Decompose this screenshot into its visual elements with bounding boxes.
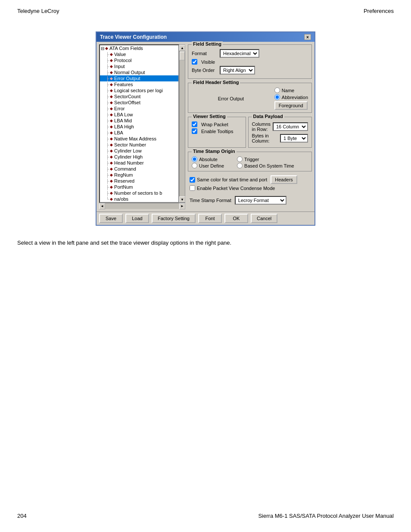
branch-line: ├	[106, 76, 109, 81]
branch-line: ├	[106, 161, 109, 165]
cancel-button[interactable]: Cancel	[251, 214, 277, 223]
tree-item-sectorcount[interactable]: ├ ◆ SectorCount	[100, 93, 178, 100]
scroll-horiz-track[interactable]	[105, 203, 179, 209]
tree-scrollbar-vertical[interactable]: ▲ ▼	[179, 44, 185, 203]
field-header-center-label: Error Output	[192, 87, 270, 110]
item-diamond: ◆	[110, 185, 113, 189]
branch-line: ├	[106, 185, 109, 190]
name-radio[interactable]	[274, 87, 280, 93]
save-button[interactable]: Save	[99, 214, 123, 223]
tree-item-native-max[interactable]: ├ ◆ Native Max Address	[100, 136, 178, 142]
footer-left: 204	[17, 513, 27, 519]
absolute-radio[interactable]	[192, 156, 197, 162]
tree-item-label: RegNum	[114, 172, 133, 177]
tree-item-naobs[interactable]: └ ◆ na/obs	[100, 196, 178, 202]
tree-item-features[interactable]: ├ ◆ Features	[100, 81, 178, 87]
field-header-box: Error Output Name Abbreviation	[192, 87, 308, 110]
tree-item-lba-low[interactable]: ├ ◆ LBA Low	[100, 112, 178, 118]
same-color-checkbox[interactable]	[190, 177, 195, 183]
byte-order-select[interactable]: Right Align Left Align	[220, 66, 255, 75]
user-define-label: User Define	[199, 163, 224, 168]
tree-item-label: Command	[114, 166, 136, 171]
tree-item-input[interactable]: ├ ◆ Input	[100, 63, 178, 69]
item-diamond: ◆	[110, 82, 113, 87]
branch-line: ├	[106, 131, 109, 135]
wrap-packet-checkbox[interactable]	[192, 121, 197, 127]
abbreviation-radio-label: Abbreviation	[282, 95, 308, 100]
visible-checkbox[interactable]	[192, 59, 197, 65]
page-header: Teledyne LeCroy Preferences	[0, 0, 411, 19]
ok-button[interactable]: OK	[224, 214, 248, 223]
scroll-down-button[interactable]: ▼	[179, 196, 185, 202]
abbreviation-radio[interactable]	[274, 94, 280, 100]
branch-line: ├	[106, 82, 109, 87]
tree-item-label: Error	[114, 106, 125, 111]
tree-item-reserved[interactable]: ├ ◆ Reserved	[100, 178, 178, 184]
field-setting-title: Field Setting	[192, 41, 223, 47]
tree-item-error[interactable]: ├ ◆ Error	[100, 106, 178, 112]
branch-line: ├	[106, 124, 109, 129]
item-diamond: ◆	[110, 161, 113, 165]
scroll-right-button[interactable]: ►	[179, 203, 185, 209]
tree-item-lba-mid[interactable]: ├ ◆ LBA Mid	[100, 118, 178, 124]
scroll-thumb[interactable]	[180, 52, 185, 60]
tree-item-sector-num[interactable]: ├ ◆ Sector Number	[100, 142, 178, 148]
visible-label: Visible	[201, 59, 215, 65]
scroll-up-button[interactable]: ▲	[179, 45, 185, 51]
branch-line: ├	[106, 155, 109, 159]
tree-root[interactable]: ⊟ ◆ ATA Com Fields	[100, 45, 178, 51]
tree-item-portnum[interactable]: ├ ◆ PortNum	[100, 184, 178, 190]
bytes-select[interactable]: 1 Byte 2 Bytes 4 Bytes	[280, 134, 308, 143]
dialog-footer: Save Load Factory Setting Font OK Cancel	[97, 212, 314, 225]
wrap-packet-row: Wrap Packet	[192, 121, 242, 127]
tree-item-value[interactable]: ├ ◆ Value	[100, 51, 178, 57]
tree-container: ⊟ ◆ ATA Com Fields ├ ◆ Value	[99, 44, 185, 209]
based-on-system-radio[interactable]	[237, 163, 243, 168]
load-button[interactable]: Load	[125, 214, 149, 223]
tree-item-lba[interactable]: ├ ◆ LBA	[100, 130, 178, 136]
tree-item-num-sectors[interactable]: ├ ◆ Number of sectors to b	[100, 190, 178, 196]
dialog-close-button[interactable]: ×	[304, 34, 311, 40]
dialog-body: ⊟ ◆ ATA Com Fields ├ ◆ Value	[97, 42, 314, 212]
enable-tooltips-checkbox[interactable]	[192, 128, 197, 134]
tree-item-cylinder-low[interactable]: ├ ◆ Cylinder Low	[100, 148, 178, 154]
tree-item-command[interactable]: ├ ◆ Command	[100, 166, 178, 172]
item-diamond: ◆	[110, 191, 113, 195]
font-button[interactable]: Font	[198, 214, 222, 223]
factory-setting-button[interactable]: Factory Setting	[152, 214, 196, 223]
tree-scroll-container: ⊟ ◆ ATA Com Fields ├ ◆ Value	[99, 44, 185, 203]
user-define-radio[interactable]	[192, 163, 197, 168]
wrap-packet-label: Wrap Packet	[201, 122, 228, 127]
tree-item-protocol[interactable]: ├ ◆ Protocol	[100, 57, 178, 63]
tree-item-head-number[interactable]: ├ ◆ Head Number	[100, 160, 178, 166]
tree-item-label: Input	[114, 64, 125, 69]
tree-item-regnum[interactable]: ├ ◆ RegNum	[100, 172, 178, 178]
tree-item-logical-sectors[interactable]: ├ ◆ Logical sectors per logi	[100, 87, 178, 93]
scroll-left-button[interactable]: ◄	[99, 203, 105, 209]
field-header-title: Field Header Setting	[192, 80, 240, 85]
byte-order-label: Byte Order	[192, 68, 218, 73]
ts-format-select[interactable]: Lecroy Format Standard Format	[235, 196, 286, 205]
columns-select[interactable]: 16 Column 8 Column 4 Column	[273, 122, 308, 131]
condense-checkbox[interactable]	[190, 185, 195, 191]
tree-item-sectoroffset[interactable]: ├ ◆ SectorOffset	[100, 100, 178, 106]
condense-label: Enable Packet View Condense Mode	[197, 186, 275, 191]
tree-scrollbar-horizontal[interactable]: ◄ ►	[99, 203, 185, 209]
tree-item-cylinder-high[interactable]: ├ ◆ Cylinder High	[100, 154, 178, 160]
tree-item-normal-output[interactable]: ├ ◆ Normal Output	[100, 69, 178, 75]
description-text: Select a view in the left pane and set t…	[17, 239, 394, 247]
tree-item-error-output[interactable]: ├ ◆ Error Output	[100, 75, 178, 81]
tree-item-label: LBA	[114, 130, 123, 135]
format-select[interactable]: Hexadecimal Decimal Binary Octal	[220, 49, 259, 58]
trigger-radio[interactable]	[237, 156, 243, 162]
scroll-track[interactable]	[180, 51, 185, 196]
branch-line: ├	[106, 143, 109, 147]
foreground-button[interactable]: Foreground	[274, 101, 308, 110]
item-diamond: ◆	[110, 52, 113, 56]
name-radio-row: Name	[274, 87, 308, 93]
headers-button[interactable]: Headers	[271, 175, 297, 184]
ts-format-label: Time Stamp Format	[190, 198, 231, 203]
format-label: Format	[192, 51, 218, 56]
tree-item-lba-high[interactable]: ├ ◆ LBA High	[100, 124, 178, 130]
tree-item-label: Sector Number	[114, 142, 146, 147]
